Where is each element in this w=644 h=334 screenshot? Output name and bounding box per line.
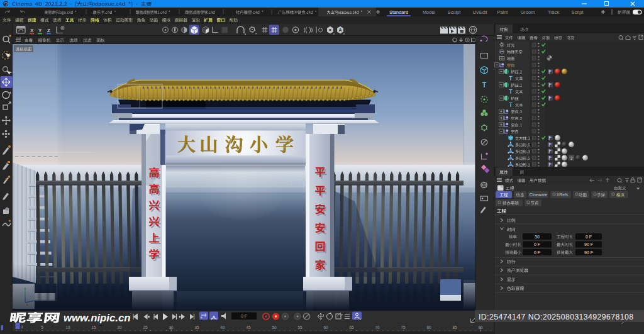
svg-text:X: X xyxy=(30,28,34,33)
svg-text:0 F: 0 F xyxy=(241,314,247,318)
svg-text:50: 50 xyxy=(272,325,277,330)
svg-text:Y: Y xyxy=(38,28,42,33)
svg-text:90 F: 90 F xyxy=(584,242,593,247)
svg-text:?: ? xyxy=(570,155,573,161)
svg-text:65: 65 xyxy=(349,325,354,330)
svg-text:0 F: 0 F xyxy=(586,235,592,239)
svg-text:Track: Track xyxy=(548,9,560,15)
svg-text:60: 60 xyxy=(323,325,328,330)
svg-text:35: 35 xyxy=(194,325,199,330)
svg-text:Sculpt: Sculpt xyxy=(448,9,461,15)
svg-text:Standard: Standard xyxy=(389,9,408,15)
svg-text:ID:25474147 NO:202508031349296: ID:25474147 NO:20250803134929678108 xyxy=(479,313,633,321)
svg-text:Groom: Groom xyxy=(521,9,535,15)
svg-text:10: 10 xyxy=(65,325,70,330)
svg-text:UVEdit: UVEdit xyxy=(472,9,487,15)
svg-text:90 F: 90 F xyxy=(584,250,593,255)
svg-text:75: 75 xyxy=(401,325,406,330)
svg-text:A: A xyxy=(338,27,341,33)
svg-text:40: 40 xyxy=(220,325,225,330)
svg-text:80: 80 xyxy=(426,325,431,330)
svg-text:85: 85 xyxy=(452,325,457,330)
svg-text:Paint: Paint xyxy=(497,9,508,15)
svg-text:15: 15 xyxy=(91,325,96,330)
svg-text:Model: Model xyxy=(423,9,435,15)
svg-text:25: 25 xyxy=(143,325,148,330)
svg-text:Cineware: Cineware xyxy=(530,192,548,197)
svg-text:55: 55 xyxy=(297,325,303,330)
svg-text:30: 30 xyxy=(535,235,540,239)
svg-text:XRefs: XRefs xyxy=(557,192,569,197)
svg-text:Z: Z xyxy=(47,28,50,33)
svg-text:www.nipic.cn: www.nipic.cn xyxy=(64,312,131,324)
svg-text:45: 45 xyxy=(246,325,251,330)
svg-text:Script: Script xyxy=(572,9,584,15)
svg-text:A: A xyxy=(212,315,216,320)
svg-text:5: 5 xyxy=(41,325,43,330)
svg-text:0 F: 0 F xyxy=(534,242,540,247)
svg-text:20: 20 xyxy=(117,325,122,330)
svg-text:70: 70 xyxy=(375,325,380,330)
svg-text:0 F: 0 F xyxy=(534,250,540,255)
